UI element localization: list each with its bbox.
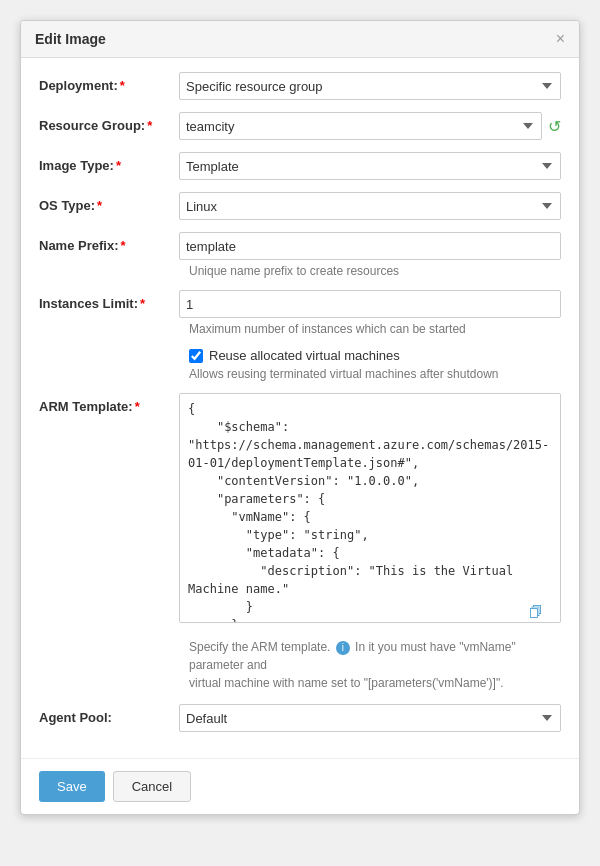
resource-group-select[interactable]: teamcity — [179, 112, 542, 140]
save-button[interactable]: Save — [39, 771, 105, 802]
os-type-row: OS Type:* Linux — [39, 192, 561, 220]
dialog-body: Deployment:* Specific resource group Res… — [21, 58, 579, 758]
resource-group-control: teamcity ↺ — [179, 112, 561, 140]
dialog-header: Edit Image × — [21, 21, 579, 58]
instances-limit-control — [179, 290, 561, 318]
agent-pool-row: Agent Pool: Default — [39, 704, 561, 732]
dialog-title: Edit Image — [35, 31, 106, 47]
os-type-control: Linux — [179, 192, 561, 220]
name-prefix-hint-row: Unique name prefix to create resources — [39, 264, 561, 278]
os-type-select[interactable]: Linux — [179, 192, 561, 220]
deployment-control: Specific resource group — [179, 72, 561, 100]
name-prefix-hint: Unique name prefix to create resources — [189, 264, 399, 278]
os-type-label: OS Type:* — [39, 192, 179, 213]
info-icon[interactable]: i — [336, 641, 350, 655]
arm-template-input[interactable]: { "$schema": "https://schema.management.… — [179, 393, 561, 623]
required-star-it: * — [116, 158, 121, 173]
required-star-arm: * — [135, 399, 140, 414]
name-prefix-label: Name Prefix:* — [39, 232, 179, 253]
reuse-checkbox-row: Reuse allocated virtual machines — [39, 348, 561, 363]
agent-pool-control: Default — [179, 704, 561, 732]
agent-pool-select[interactable]: Default — [179, 704, 561, 732]
deployment-label: Deployment:* — [39, 72, 179, 93]
close-button[interactable]: × — [556, 31, 565, 47]
name-prefix-row: Name Prefix:* — [39, 232, 561, 260]
image-type-control: Template — [179, 152, 561, 180]
name-prefix-input[interactable] — [179, 232, 561, 260]
instances-limit-row: Instances Limit:* — [39, 290, 561, 318]
reuse-checkbox[interactable] — [189, 349, 203, 363]
arm-template-label: ARM Template:* — [39, 393, 179, 414]
required-star: * — [120, 78, 125, 93]
resource-group-inner: teamcity ↺ — [179, 112, 561, 140]
name-prefix-control — [179, 232, 561, 260]
instances-limit-input[interactable] — [179, 290, 561, 318]
arm-template-wrapper: { "$schema": "https://schema.management.… — [179, 393, 561, 626]
reuse-hint: Allows reusing terminated virtual machin… — [39, 367, 561, 381]
required-star-np: * — [120, 238, 125, 253]
instances-limit-hint: Maximum number of instances which can be… — [189, 322, 466, 336]
edit-image-dialog: Edit Image × Deployment:* Specific resou… — [20, 20, 580, 815]
image-type-row: Image Type:* Template — [39, 152, 561, 180]
required-star-rg: * — [147, 118, 152, 133]
image-type-label: Image Type:* — [39, 152, 179, 173]
dialog-footer: Save Cancel — [21, 758, 579, 814]
required-star-il: * — [140, 296, 145, 311]
resource-group-label: Resource Group:* — [39, 112, 179, 133]
cancel-button[interactable]: Cancel — [113, 771, 191, 802]
image-type-select[interactable]: Template — [179, 152, 561, 180]
arm-hint-text: Specify the ARM template. i In it you mu… — [189, 640, 516, 690]
arm-template-row: ARM Template:* { "$schema": "https://sch… — [39, 393, 561, 626]
instances-limit-hint-row: Maximum number of instances which can be… — [39, 322, 561, 336]
instances-limit-label: Instances Limit:* — [39, 290, 179, 311]
deployment-row: Deployment:* Specific resource group — [39, 72, 561, 100]
agent-pool-label: Agent Pool: — [39, 704, 179, 725]
refresh-button[interactable]: ↺ — [548, 117, 561, 136]
required-star-os: * — [97, 198, 102, 213]
reuse-label[interactable]: Reuse allocated virtual machines — [189, 348, 400, 363]
copy-icon[interactable]: 🗍 — [529, 604, 543, 620]
arm-hint-row: Specify the ARM template. i In it you mu… — [39, 638, 561, 692]
resource-group-row: Resource Group:* teamcity ↺ — [39, 112, 561, 140]
deployment-select[interactable]: Specific resource group — [179, 72, 561, 100]
